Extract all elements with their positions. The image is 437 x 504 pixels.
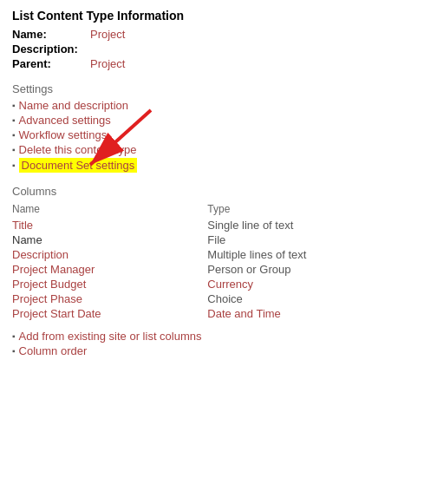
columns-header: Columns (12, 185, 425, 198)
table-row: Name File (12, 232, 425, 247)
settings-title: Settings (12, 82, 425, 95)
footer-item-add-existing: Add from existing site or list columns (12, 330, 425, 343)
table-row: Project Manager Person or Group (12, 262, 425, 277)
col-type-title: Single line of text (207, 219, 293, 232)
col-type-project-manager: Person or Group (207, 263, 290, 276)
parent-label: Parent: (12, 57, 90, 70)
col-type-project-phase: Choice (207, 292, 242, 305)
description-label: Description: (12, 43, 90, 56)
col-type-project-start-date[interactable]: Date and Time (207, 307, 281, 320)
table-row: Project Phase Choice (12, 291, 425, 306)
col-name-project-budget[interactable]: Project Budget (12, 278, 86, 291)
info-row-parent: Parent: Project (12, 57, 425, 70)
advanced-link[interactable]: Advanced settings (19, 114, 111, 127)
settings-item-name-desc: Name and description (12, 99, 425, 112)
settings-section: Settings Name and description Advanced s… (12, 82, 425, 173)
add-existing-link[interactable]: Add from existing site or list columns (19, 330, 202, 343)
col-name-project-phase[interactable]: Project Phase (12, 292, 82, 305)
parent-value: Project (90, 57, 125, 70)
col-header-name: Name (12, 203, 207, 218)
settings-item-doc-set: Document Set settings (12, 158, 425, 173)
info-table: Name: Project Description: Parent: Proje… (12, 28, 425, 70)
col-name-project-manager[interactable]: Project Manager (12, 263, 95, 276)
section-title: List Content Type Information (12, 9, 425, 23)
footer-item-col-order: Column order (12, 344, 425, 357)
table-row: Project Budget Currency (12, 277, 425, 291)
columns-section: Columns Name Type Title Single line of t… (12, 185, 425, 357)
table-row: Project Start Date Date and Time (12, 306, 425, 321)
col-name-project-start-date[interactable]: Project Start Date (12, 307, 101, 320)
settings-list: Name and description Advanced settings W… (12, 99, 425, 173)
col-type-project-budget[interactable]: Currency (207, 278, 253, 291)
col-header-type: Type (207, 203, 425, 218)
columns-header-row: Name Type (12, 203, 425, 218)
delete-link[interactable]: Delete this content type (19, 143, 137, 156)
table-row: Description Multiple lines of text (12, 247, 425, 262)
doc-set-link[interactable]: Document Set settings (19, 158, 138, 173)
name-value: Project (90, 28, 125, 41)
col-name-name: Name (12, 233, 42, 246)
settings-item-advanced: Advanced settings (12, 114, 425, 127)
table-row: Title Single line of text (12, 218, 425, 232)
settings-item-delete: Delete this content type (12, 143, 425, 156)
columns-table: Name Type Title Single line of text Name… (12, 203, 425, 321)
info-row-name: Name: Project (12, 28, 425, 41)
col-name-description[interactable]: Description (12, 248, 68, 261)
col-type-description: Multiple lines of text (207, 248, 306, 261)
col-type-name: File (207, 233, 225, 246)
col-order-link[interactable]: Column order (19, 344, 88, 357)
name-desc-link[interactable]: Name and description (19, 99, 128, 112)
workflow-link[interactable]: Workflow settings (19, 128, 108, 141)
page-wrapper: List Content Type Information Name: Proj… (12, 9, 425, 357)
settings-item-workflow: Workflow settings (12, 128, 425, 141)
col-name-title[interactable]: Title (12, 219, 33, 232)
info-row-description: Description: (12, 43, 425, 56)
footer-links: Add from existing site or list columns C… (12, 330, 425, 357)
name-label: Name: (12, 28, 90, 41)
